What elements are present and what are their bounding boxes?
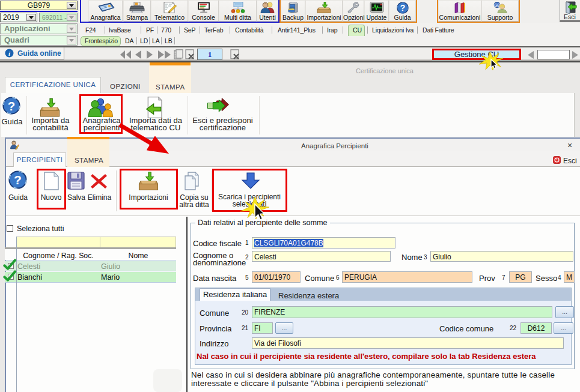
- svg-text:?: ?: [8, 99, 15, 113]
- svg-text:?: ?: [14, 173, 22, 187]
- svg-text:GB: GB: [494, 3, 500, 7]
- svg-text:?: ?: [400, 3, 405, 13]
